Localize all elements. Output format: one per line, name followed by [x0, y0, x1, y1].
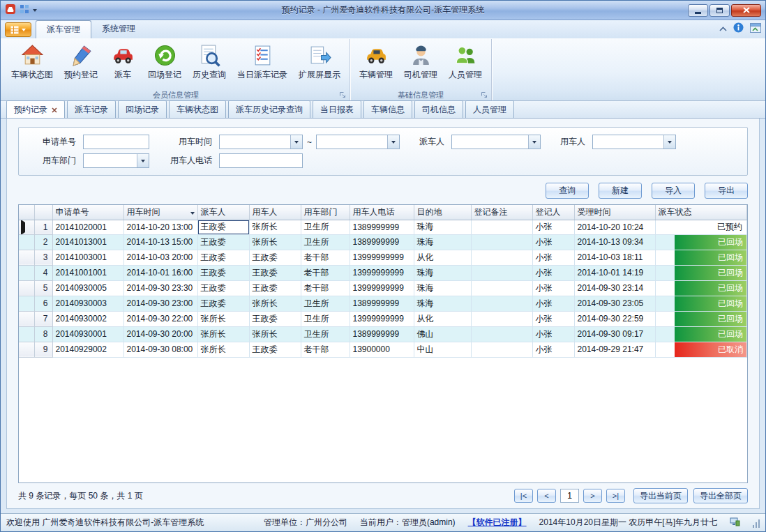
use-time-from-select[interactable]	[219, 135, 303, 149]
table-row[interactable]: 1201410200012014-10-20 13:00王政委张所长卫生所138…	[19, 220, 747, 234]
ribbon-button[interactable]: 历史查询	[187, 40, 232, 89]
cell-accept_time[interactable]: 2014-09-30 23:05	[574, 296, 655, 311]
export-current-page-button[interactable]: 导出当前页	[633, 488, 688, 503]
cell-destination[interactable]: 佛山	[414, 326, 471, 342]
cell-remark[interactable]	[471, 220, 532, 234]
table-row[interactable]: 7201409300022014-09-30 22:00张所长王政委卫生所139…	[19, 311, 747, 326]
table-row[interactable]: 6201409300032014-09-30 23:00王政委张所长卫生所138…	[19, 296, 747, 311]
cell-status[interactable]: 已回场	[655, 234, 747, 250]
row-selector-cell[interactable]	[19, 326, 34, 342]
first-page-button[interactable]: |<	[514, 489, 533, 503]
cell-order_no[interactable]: 20140930003	[52, 296, 123, 311]
column-header-status[interactable]: 派车状态	[655, 205, 747, 220]
cell-dispatcher[interactable]: 王政委	[197, 296, 249, 311]
cell-order_no[interactable]: 20140930002	[52, 311, 123, 326]
column-header-use_time[interactable]: 用车时间	[123, 205, 197, 220]
cell-dispatcher[interactable]: 张所长	[197, 326, 249, 342]
cell-accept_time[interactable]: 2014-09-30 22:59	[574, 311, 655, 326]
cell-accept_time[interactable]: 2014-09-29 21:47	[574, 342, 655, 357]
cell-phone[interactable]: 1389999999	[350, 326, 414, 342]
cell-remark[interactable]	[471, 250, 532, 265]
column-header-dispatcher[interactable]: 派车人	[197, 205, 249, 220]
close-tab-icon[interactable]	[52, 107, 57, 113]
skin-style-icon[interactable]	[750, 23, 761, 35]
dialog-launcher-icon[interactable]	[481, 91, 488, 99]
cell-remark[interactable]	[471, 234, 532, 250]
cell-accept_time[interactable]: 2014-10-03 18:11	[574, 250, 655, 265]
cell-phone[interactable]: 13999999999	[350, 265, 414, 280]
quick-access-dropdown-icon[interactable]	[33, 9, 37, 12]
row-selector-cell[interactable]	[19, 296, 34, 311]
ribbon-tab[interactable]: 系统管理	[91, 20, 146, 38]
last-page-button[interactable]: >|	[606, 489, 625, 503]
cell-phone[interactable]: 13999999999	[350, 280, 414, 296]
cell-registrar[interactable]: 小张	[532, 265, 574, 280]
cell-use_time[interactable]: 2014-10-03 20:00	[123, 250, 197, 265]
cell-order_no[interactable]: 20140930005	[52, 280, 123, 296]
document-tab[interactable]: 回场记录	[118, 100, 167, 118]
cell-phone[interactable]: 1389999999	[350, 296, 414, 311]
cell-status[interactable]: 已预约	[655, 220, 747, 234]
table-row[interactable]: 9201409290022014-09-30 08:00张所长王政委老干部139…	[19, 342, 747, 357]
cell-remark[interactable]	[471, 265, 532, 280]
ribbon-button[interactable]: 车辆管理	[354, 40, 398, 89]
cell-registrar[interactable]: 小张	[532, 250, 574, 265]
cell-destination[interactable]: 珠海	[414, 234, 471, 250]
cell-accept_time[interactable]: 2014-09-30 23:14	[574, 280, 655, 296]
cell-phone[interactable]: 1389999999	[350, 234, 414, 250]
table-row[interactable]: 8201409300012014-09-30 20:00张所长张所长卫生所138…	[19, 326, 747, 342]
document-tab[interactable]: 人员管理	[465, 100, 514, 118]
cell-registrar[interactable]: 小张	[532, 342, 574, 357]
export-button[interactable]: 导出	[705, 183, 748, 199]
row-number-cell[interactable]: 7	[34, 311, 52, 326]
column-header-accept_time[interactable]: 受理时间	[574, 205, 655, 220]
cell-phone[interactable]: 13900000	[350, 342, 414, 357]
maximize-button[interactable]	[709, 4, 730, 17]
ribbon-button[interactable]: 派车	[103, 40, 142, 89]
cell-user[interactable]: 张所长	[249, 326, 301, 342]
cell-status[interactable]: 已回场	[655, 326, 747, 342]
app-menu-button[interactable]	[5, 22, 31, 37]
combo-arrow-icon[interactable]	[137, 154, 149, 167]
cell-remark[interactable]	[471, 296, 532, 311]
ribbon-button[interactable]: 司机管理	[398, 40, 443, 89]
cell-accept_time[interactable]: 2014-09-30 09:17	[574, 326, 655, 342]
import-button[interactable]: 导入	[652, 183, 695, 199]
cell-dispatcher[interactable]: 王政委	[197, 234, 249, 250]
cell-phone[interactable]: 1389999999	[350, 220, 414, 234]
cell-destination[interactable]: 从化	[414, 311, 471, 326]
user-select[interactable]	[592, 135, 676, 149]
cell-dept[interactable]: 老干部	[301, 280, 350, 296]
document-tab[interactable]: 派车历史记录查询	[228, 100, 310, 118]
row-selector-cell[interactable]	[19, 342, 34, 357]
cell-registrar[interactable]: 小张	[532, 234, 574, 250]
cell-use_time[interactable]: 2014-09-30 08:00	[123, 342, 197, 357]
cell-order_no[interactable]: 20140929002	[52, 342, 123, 357]
row-number-cell[interactable]: 9	[34, 342, 52, 357]
cell-dept[interactable]: 卫生所	[301, 311, 350, 326]
combo-arrow-icon[interactable]	[663, 135, 675, 149]
cell-accept_time[interactable]: 2014-10-20 10:24	[574, 220, 655, 234]
row-selector-cell[interactable]	[19, 265, 34, 280]
cell-remark[interactable]	[471, 342, 532, 357]
cell-order_no[interactable]: 20141003001	[52, 250, 123, 265]
use-time-to-select[interactable]	[316, 135, 400, 149]
cell-destination[interactable]: 珠海	[414, 280, 471, 296]
column-header-registrar[interactable]: 登记人	[532, 205, 574, 220]
table-row[interactable]: 5201409300052014-09-30 23:30王政委王政委老干部139…	[19, 280, 747, 296]
create-button[interactable]: 新建	[599, 183, 642, 199]
row-number-cell[interactable]: 8	[34, 326, 52, 342]
column-header-user[interactable]: 用车人	[249, 205, 301, 220]
cell-user[interactable]: 王政委	[249, 250, 301, 265]
row-selector-cell[interactable]	[19, 280, 34, 296]
table-row[interactable]: 2201410130012014-10-13 15:00王政委张所长卫生所138…	[19, 234, 747, 250]
registered-link[interactable]: 【软件已注册】	[468, 517, 527, 529]
cell-dept[interactable]: 卫生所	[301, 296, 350, 311]
cell-dept[interactable]: 卫生所	[301, 220, 350, 234]
cell-remark[interactable]	[471, 280, 532, 296]
phone-input[interactable]	[219, 153, 303, 168]
cell-status[interactable]: 已取消	[655, 342, 747, 357]
row-selector-cell[interactable]	[19, 220, 34, 234]
cell-registrar[interactable]: 小张	[532, 326, 574, 342]
cell-destination[interactable]: 从化	[414, 250, 471, 265]
